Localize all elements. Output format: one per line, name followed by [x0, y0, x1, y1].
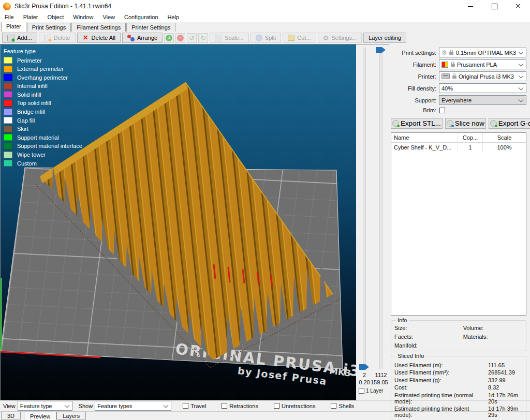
column-scale[interactable]: Scale	[482, 133, 526, 142]
tab-plater[interactable]: Plater	[1, 22, 26, 32]
menu-window[interactable]: Window	[68, 14, 98, 20]
object-list[interactable]: Name Cop... Scale Cyber Shelf - K_V_D...…	[391, 132, 526, 316]
shells-label: Shells	[338, 403, 354, 409]
menu-help[interactable]: Help	[163, 14, 184, 20]
tab-preview[interactable]: Preview	[24, 412, 56, 420]
object-settings-button[interactable]: Settings...	[318, 33, 362, 43]
one-layer-checkbox[interactable]	[359, 388, 364, 394]
table-row[interactable]: Cyber Shelf - K_V_D... 1 100%	[391, 143, 526, 152]
travel-checkbox[interactable]	[183, 403, 188, 409]
legend-label: Bridge infill	[17, 109, 45, 115]
export-gcode-label: Export G-code...	[498, 119, 530, 127]
split-label: Split	[265, 35, 276, 41]
layer-slider-strip: 2 1112 0.20 159.05 1 Layer	[356, 44, 389, 400]
delete-button[interactable]: Delete	[39, 33, 76, 43]
arrange-label: Arrange	[137, 35, 157, 41]
tab-filament-settings[interactable]: Filament Settings	[71, 23, 126, 32]
add-button[interactable]: Add...	[2, 33, 37, 43]
delete-icon	[44, 35, 51, 41]
legend-item: Top solid infill	[4, 100, 82, 107]
external-perimeter-swatch	[4, 66, 12, 72]
brim-label: Brim:	[391, 107, 439, 113]
retractions-label: Retractions	[229, 403, 258, 409]
scale-button[interactable]: Scale...	[210, 33, 249, 43]
settings-tabbar: Plater Print Settings Filament Settings …	[0, 22, 530, 32]
column-name[interactable]: Name	[391, 134, 458, 141]
slice-now-button[interactable]: Slice now	[445, 118, 486, 129]
sliced-info-row: Estimated printing time (normal mode): 1…	[394, 392, 523, 404]
maximize-icon	[492, 4, 497, 9]
print-settings-combo[interactable]: 0.15mm OPTIMAL MK3 (modified)	[439, 48, 526, 57]
add-label: Add...	[17, 35, 32, 41]
menu-file[interactable]: File	[0, 14, 19, 20]
show-combo[interactable]: Feature types	[95, 401, 171, 411]
menu-plater[interactable]: Plater	[19, 14, 43, 20]
layer-z-row: 0.20 159.05	[356, 379, 389, 385]
minimize-button[interactable]	[459, 0, 482, 12]
layer-slider-low-handle[interactable]	[359, 364, 369, 370]
delete-all-button[interactable]: Delete All	[77, 33, 121, 43]
perimeter-swatch	[4, 57, 12, 64]
brim-checkbox[interactable]	[439, 108, 445, 113]
view-combo[interactable]: Feature type	[18, 401, 72, 411]
delete-label: Delete	[54, 35, 70, 41]
legend-item: Support material	[4, 134, 82, 141]
decrease-copies-button[interactable]	[175, 33, 185, 43]
filament-combo[interactable]: Prusament PLA	[439, 59, 526, 69]
lock-icon	[450, 62, 455, 67]
cut-icon	[288, 35, 295, 41]
support-combo[interactable]: Everywhere	[439, 95, 526, 105]
maximize-button[interactable]	[482, 0, 506, 12]
low-layer-number: 2	[358, 372, 371, 378]
cut-label: Cut...	[297, 35, 311, 41]
menu-view[interactable]: View	[98, 14, 120, 20]
export-stl-button[interactable]: Export STL...	[391, 118, 443, 129]
fill-density-combo[interactable]: 40%	[439, 83, 526, 93]
used-filament-m-value: 111.65	[488, 362, 523, 368]
solid-infill-swatch	[4, 91, 12, 98]
menu-object[interactable]: Object	[42, 14, 68, 20]
rotate-cw-button[interactable]	[198, 33, 208, 43]
legend-item: Bridge infill	[4, 109, 82, 115]
tab-layers[interactable]: Layers	[56, 412, 86, 419]
cut-button[interactable]: Cut...	[283, 33, 316, 43]
legend-item: Wipe tower	[4, 152, 82, 158]
increase-copies-button[interactable]	[164, 33, 174, 43]
arrange-icon	[127, 35, 135, 41]
unretractions-checkbox[interactable]	[274, 403, 279, 409]
rotate-ccw-button[interactable]	[187, 33, 197, 43]
legend-item: Internal infill	[4, 83, 82, 89]
printer-combo[interactable]: Original Prusa i3 MK3	[439, 71, 526, 81]
retractions-checkbox[interactable]	[222, 403, 227, 409]
high-layer-z: 159.05	[371, 379, 387, 385]
layer-editing-button[interactable]: Layer editing	[363, 33, 406, 43]
layer-slider-high-handle[interactable]	[376, 47, 386, 53]
tab-printer-settings[interactable]: Printer Settings	[126, 23, 175, 32]
column-copies[interactable]: Cop...	[458, 133, 482, 142]
3d-canvas[interactable]: ORIGINAL PRUSA i3 MK3 by Josef Prusa	[0, 44, 356, 400]
tab-print-settings[interactable]: Print Settings	[27, 23, 71, 32]
sliced-info-row: Used Filament (g): 332.99	[394, 377, 523, 383]
menu-configuration[interactable]: Configuration	[120, 14, 163, 20]
legend-label: External perimeter	[17, 66, 64, 72]
sliced-info-title: Sliced Info	[395, 353, 426, 359]
layer-slider-low-track[interactable]	[363, 48, 366, 369]
shells-checkbox[interactable]	[331, 403, 336, 409]
legend-label: Overhang perimeter	[17, 74, 68, 81]
skirt-swatch	[4, 126, 12, 132]
support-value: Everywhere	[441, 97, 472, 103]
window-controls	[459, 0, 530, 12]
layer-slider-high-track[interactable]	[379, 48, 382, 369]
print-settings-label: Print settings:	[391, 50, 439, 56]
internal-infill-swatch	[4, 83, 12, 89]
minimize-icon	[468, 6, 473, 7]
fill-density-row: Fill density: 40%	[391, 83, 526, 93]
split-button[interactable]: Split	[251, 33, 281, 43]
close-button[interactable]	[506, 0, 530, 12]
export-gcode-button[interactable]: Export G-code...	[489, 118, 530, 129]
tab-3d[interactable]: 3D	[1, 412, 21, 419]
legend-label: Wipe tower	[17, 152, 46, 158]
bridge-infill-swatch	[4, 109, 12, 115]
arrange-button[interactable]: Arrange	[122, 33, 163, 43]
print-time-normal-value: 1d 17h 26m 20s	[488, 392, 523, 404]
